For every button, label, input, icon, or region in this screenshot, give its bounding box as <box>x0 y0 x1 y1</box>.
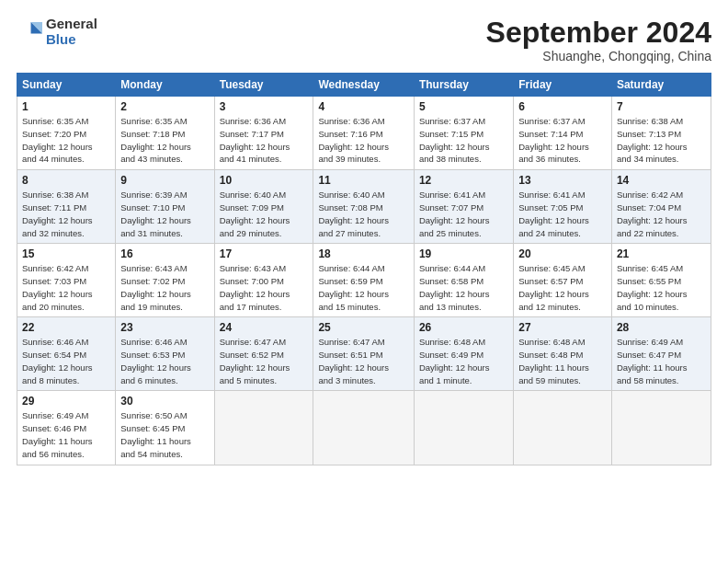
calendar-cell: 21Sunrise: 6:45 AM Sunset: 6:55 PM Dayli… <box>611 244 711 317</box>
day-info: Sunrise: 6:44 AM Sunset: 6:59 PM Dayligh… <box>318 262 409 313</box>
calendar: Sunday Monday Tuesday Wednesday Thursday… <box>17 73 711 465</box>
day-info: Sunrise: 6:48 AM Sunset: 6:48 PM Dayligh… <box>518 336 607 386</box>
day-number: 7 <box>617 100 706 113</box>
calendar-cell <box>611 391 711 465</box>
calendar-cell: 18Sunrise: 6:44 AM Sunset: 6:59 PM Dayli… <box>313 244 415 317</box>
col-sunday: Sunday <box>17 74 116 97</box>
day-info: Sunrise: 6:35 AM Sunset: 7:20 PM Dayligh… <box>22 115 110 166</box>
calendar-cell: 11Sunrise: 6:40 AM Sunset: 7:08 PM Dayli… <box>313 170 415 244</box>
day-number: 12 <box>419 174 508 187</box>
day-number: 8 <box>22 174 110 187</box>
calendar-cell: 1Sunrise: 6:35 AM Sunset: 7:20 PM Daylig… <box>17 97 116 170</box>
page: General Blue September 2024 Shuanghe, Ch… <box>0 0 728 563</box>
day-number: 4 <box>318 100 409 113</box>
day-info: Sunrise: 6:46 AM Sunset: 6:54 PM Dayligh… <box>22 336 110 386</box>
day-number: 29 <box>22 395 110 408</box>
day-number: 15 <box>22 247 110 260</box>
day-number: 13 <box>518 174 607 187</box>
day-number: 17 <box>220 247 309 260</box>
day-info: Sunrise: 6:47 AM Sunset: 6:52 PM Dayligh… <box>220 336 309 386</box>
day-info: Sunrise: 6:37 AM Sunset: 7:15 PM Dayligh… <box>419 115 508 166</box>
day-number: 2 <box>120 100 209 113</box>
day-number: 5 <box>419 100 508 113</box>
day-info: Sunrise: 6:43 AM Sunset: 7:00 PM Dayligh… <box>220 262 309 313</box>
calendar-cell: 8Sunrise: 6:38 AM Sunset: 7:11 PM Daylig… <box>17 170 116 244</box>
day-number: 26 <box>419 321 508 334</box>
calendar-cell: 19Sunrise: 6:44 AM Sunset: 6:58 PM Dayli… <box>414 244 513 317</box>
day-number: 27 <box>518 321 607 334</box>
day-info: Sunrise: 6:37 AM Sunset: 7:14 PM Dayligh… <box>518 115 607 166</box>
month-title: September 2024 <box>486 17 711 49</box>
calendar-cell: 12Sunrise: 6:41 AM Sunset: 7:07 PM Dayli… <box>414 170 513 244</box>
day-info: Sunrise: 6:39 AM Sunset: 7:10 PM Dayligh… <box>120 189 209 239</box>
calendar-cell: 30Sunrise: 6:50 AM Sunset: 6:45 PM Dayli… <box>116 391 214 465</box>
day-number: 1 <box>22 100 110 113</box>
calendar-cell <box>514 391 612 465</box>
calendar-cell: 24Sunrise: 6:47 AM Sunset: 6:52 PM Dayli… <box>214 317 313 391</box>
col-wednesday: Wednesday <box>313 74 415 97</box>
logo-blue: Blue <box>46 32 97 48</box>
day-info: Sunrise: 6:44 AM Sunset: 6:58 PM Dayligh… <box>419 262 508 313</box>
day-info: Sunrise: 6:35 AM Sunset: 7:18 PM Dayligh… <box>120 115 209 166</box>
day-info: Sunrise: 6:41 AM Sunset: 7:07 PM Dayligh… <box>419 189 508 239</box>
day-info: Sunrise: 6:38 AM Sunset: 7:11 PM Dayligh… <box>22 189 110 239</box>
header: General Blue September 2024 Shuanghe, Ch… <box>17 17 711 63</box>
calendar-cell: 29Sunrise: 6:49 AM Sunset: 6:46 PM Dayli… <box>17 391 116 465</box>
calendar-cell: 22Sunrise: 6:46 AM Sunset: 6:54 PM Dayli… <box>17 317 116 391</box>
day-info: Sunrise: 6:36 AM Sunset: 7:17 PM Dayligh… <box>220 115 309 166</box>
logo-icon <box>17 19 42 45</box>
day-info: Sunrise: 6:42 AM Sunset: 7:03 PM Dayligh… <box>22 262 110 313</box>
day-number: 11 <box>318 174 409 187</box>
logo-general: General <box>46 17 97 32</box>
day-info: Sunrise: 6:40 AM Sunset: 7:08 PM Dayligh… <box>318 189 409 239</box>
calendar-cell: 14Sunrise: 6:42 AM Sunset: 7:04 PM Dayli… <box>611 170 711 244</box>
calendar-cell: 2Sunrise: 6:35 AM Sunset: 7:18 PM Daylig… <box>116 97 214 170</box>
calendar-cell: 27Sunrise: 6:48 AM Sunset: 6:48 PM Dayli… <box>514 317 612 391</box>
day-number: 25 <box>318 321 409 334</box>
col-thursday: Thursday <box>414 74 513 97</box>
col-friday: Friday <box>514 74 612 97</box>
day-info: Sunrise: 6:38 AM Sunset: 7:13 PM Dayligh… <box>617 115 706 166</box>
calendar-cell: 28Sunrise: 6:49 AM Sunset: 6:47 PM Dayli… <box>611 317 711 391</box>
col-tuesday: Tuesday <box>214 74 313 97</box>
calendar-cell: 17Sunrise: 6:43 AM Sunset: 7:00 PM Dayli… <box>214 244 313 317</box>
calendar-cell: 20Sunrise: 6:45 AM Sunset: 6:57 PM Dayli… <box>514 244 612 317</box>
calendar-cell: 6Sunrise: 6:37 AM Sunset: 7:14 PM Daylig… <box>514 97 612 170</box>
day-number: 21 <box>617 247 706 260</box>
day-number: 30 <box>120 395 209 408</box>
calendar-cell <box>214 391 313 465</box>
day-info: Sunrise: 6:50 AM Sunset: 6:45 PM Dayligh… <box>120 409 209 460</box>
day-number: 10 <box>220 174 309 187</box>
day-number: 28 <box>617 321 706 334</box>
day-number: 23 <box>120 321 209 334</box>
day-info: Sunrise: 6:36 AM Sunset: 7:16 PM Dayligh… <box>318 115 409 166</box>
day-info: Sunrise: 6:49 AM Sunset: 6:46 PM Dayligh… <box>22 409 110 460</box>
day-info: Sunrise: 6:45 AM Sunset: 6:55 PM Dayligh… <box>617 262 706 313</box>
day-info: Sunrise: 6:43 AM Sunset: 7:02 PM Dayligh… <box>120 262 209 313</box>
calendar-cell: 4Sunrise: 6:36 AM Sunset: 7:16 PM Daylig… <box>313 97 415 170</box>
day-number: 3 <box>220 100 309 113</box>
logo: General Blue <box>17 17 97 47</box>
calendar-cell: 13Sunrise: 6:41 AM Sunset: 7:05 PM Dayli… <box>514 170 612 244</box>
col-monday: Monday <box>116 74 214 97</box>
day-number: 19 <box>419 247 508 260</box>
day-info: Sunrise: 6:40 AM Sunset: 7:09 PM Dayligh… <box>220 189 309 239</box>
calendar-cell: 15Sunrise: 6:42 AM Sunset: 7:03 PM Dayli… <box>17 244 116 317</box>
day-number: 18 <box>318 247 409 260</box>
calendar-cell: 23Sunrise: 6:46 AM Sunset: 6:53 PM Dayli… <box>116 317 214 391</box>
calendar-cell: 26Sunrise: 6:48 AM Sunset: 6:49 PM Dayli… <box>414 317 513 391</box>
title-block: September 2024 Shuanghe, Chongqing, Chin… <box>486 17 711 63</box>
day-info: Sunrise: 6:42 AM Sunset: 7:04 PM Dayligh… <box>617 189 706 239</box>
day-number: 9 <box>120 174 209 187</box>
calendar-cell: 5Sunrise: 6:37 AM Sunset: 7:15 PM Daylig… <box>414 97 513 170</box>
col-saturday: Saturday <box>611 74 711 97</box>
calendar-cell: 25Sunrise: 6:47 AM Sunset: 6:51 PM Dayli… <box>313 317 415 391</box>
calendar-cell: 16Sunrise: 6:43 AM Sunset: 7:02 PM Dayli… <box>116 244 214 317</box>
calendar-cell <box>313 391 415 465</box>
day-number: 6 <box>518 100 607 113</box>
day-info: Sunrise: 6:48 AM Sunset: 6:49 PM Dayligh… <box>419 336 508 386</box>
day-info: Sunrise: 6:46 AM Sunset: 6:53 PM Dayligh… <box>120 336 209 386</box>
logo-text: General Blue <box>46 17 97 47</box>
day-number: 24 <box>220 321 309 334</box>
day-number: 16 <box>120 247 209 260</box>
